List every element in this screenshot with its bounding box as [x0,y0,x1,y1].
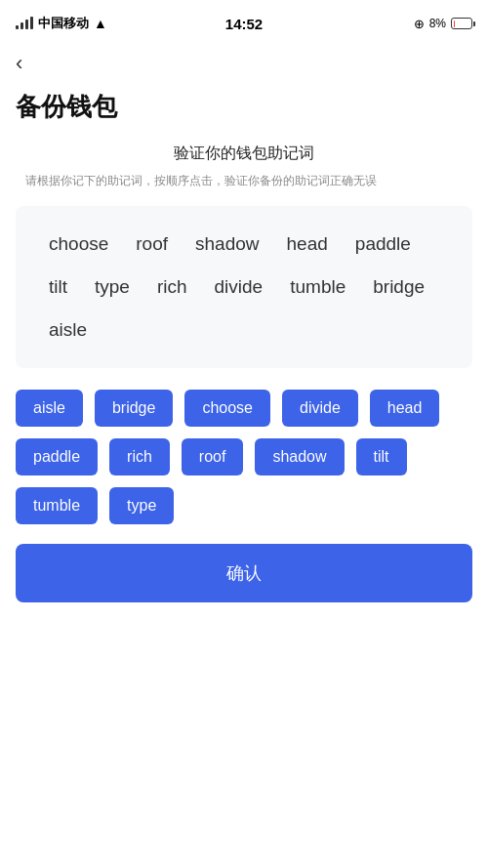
display-word: bridge [359,269,438,306]
display-word: tumble [276,269,359,306]
display-word: divide [201,269,277,306]
display-word: aisle [35,311,101,349]
selectable-word-button[interactable]: bridge [95,390,173,427]
battery-area: ⊕ 8% [414,17,472,31]
confirm-button[interactable]: 确认 [16,544,472,602]
display-word: paddle [342,226,425,263]
signal-bars [16,16,33,32]
selectable-word-button[interactable]: shadow [255,438,344,475]
display-word: type [81,269,143,306]
display-word: tilt [35,269,81,306]
selectable-word-button[interactable]: divide [282,390,358,427]
word-display-area: chooseroofshadowheadpaddletilttyperichdi… [16,206,472,368]
selectable-word-button[interactable]: head [370,390,440,427]
page-title: 备份钱包 [0,80,488,144]
instruction-description: 请根据你记下的助记词，按顺序点击，验证你备份的助记词正确无误 [16,172,472,190]
display-word: head [273,226,342,263]
carrier-name: 中国移动 [38,15,89,32]
wifi-icon: ▲ [94,16,107,31]
display-word: shadow [182,226,273,263]
display-word: roof [122,226,182,263]
selectable-word-button[interactable]: tilt [356,438,407,475]
display-word: choose [35,226,122,263]
selectable-word-button[interactable]: paddle [16,438,98,475]
battery-percent: 8% [429,17,446,30]
selectable-word-button[interactable]: type [109,487,174,524]
selectable-word-button[interactable]: roof [182,438,244,475]
status-time: 14:52 [225,16,263,32]
word-buttons-section: aislebridgechoosedivideheadpaddlerichroo… [0,384,488,536]
selectable-word-button[interactable]: aisle [16,390,83,427]
selectable-word-button[interactable]: rich [109,438,170,475]
circular-icon: ⊕ [414,17,425,31]
selectable-word-button[interactable]: choose [184,390,270,427]
display-word: rich [143,269,201,306]
back-button[interactable]: ‹ [16,51,22,76]
battery-icon [451,18,472,29]
confirm-section: 确认 [0,536,488,622]
status-bar: 中国移动 ▲ 14:52 ⊕ 8% [0,0,488,43]
carrier-signal: 中国移动 ▲ [16,15,107,32]
instruction-title: 验证你的钱包助记词 [16,144,472,164]
nav-header: ‹ [0,43,488,80]
instruction-section: 验证你的钱包助记词 请根据你记下的助记词，按顺序点击，验证你备份的助记词正确无误 [0,144,488,190]
selectable-word-button[interactable]: tumble [16,487,98,524]
